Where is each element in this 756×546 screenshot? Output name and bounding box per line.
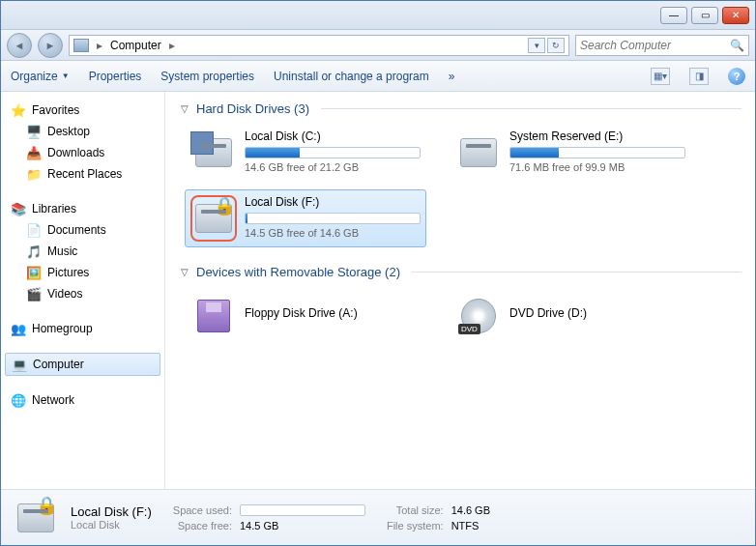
forward-button[interactable]: ► (38, 33, 63, 58)
chevron-right-icon[interactable]: ▸ (93, 39, 106, 52)
usage-bar (245, 147, 421, 158)
bitlocker-disk-icon (190, 195, 237, 242)
search-box[interactable]: 🔍 (575, 35, 749, 56)
usage-bar (245, 213, 421, 224)
maximize-button[interactable]: ▭ (691, 7, 718, 24)
filesystem-label: File system: (387, 520, 444, 532)
breadcrumb-item[interactable]: Computer (110, 39, 161, 52)
toolbar: Organize ▼ Properties System properties … (1, 61, 755, 92)
organize-button[interactable]: Organize ▼ (11, 70, 70, 83)
sidebar-item-downloads[interactable]: 📥Downloads (5, 142, 160, 163)
drive-name: Local Disk (C:) (245, 129, 421, 143)
system-properties-button[interactable]: System properties (160, 70, 254, 83)
drive-free-text: 14.6 GB free of 21.2 GB (245, 161, 421, 173)
drive-local-disk-f[interactable]: Local Disk (F:) 14.5 GB free of 14.6 GB (185, 189, 426, 247)
floppy-icon (190, 293, 237, 339)
sidebar-network[interactable]: 🌐Network (5, 389, 160, 411)
total-size-value: 14.6 GB (451, 504, 490, 516)
minimize-button[interactable]: — (660, 7, 687, 24)
section-removable-storage: ▽ Devices with Removable Storage (2) (179, 265, 741, 279)
drive-free-text: 14.5 GB free of 14.6 GB (245, 227, 421, 239)
uninstall-button[interactable]: Uninstall or change a program (274, 70, 429, 83)
space-used-label: Space used: (173, 504, 232, 516)
details-title: Local Disk (F:) (71, 504, 152, 519)
libraries-icon: 📚 (11, 201, 26, 216)
drive-dvd-d[interactable]: DVD Drive (D:) (450, 287, 691, 345)
search-input[interactable] (580, 39, 730, 52)
sidebar-item-videos[interactable]: 🎬Videos (5, 283, 160, 304)
drive-system-reserved-e[interactable]: System Reserved (E:) 71.6 MB free of 99.… (450, 124, 691, 182)
star-icon: ⭐ (11, 102, 26, 118)
details-subtitle: Local Disk (71, 519, 152, 531)
downloads-icon: 📥 (26, 145, 42, 160)
recent-icon: 📁 (26, 166, 42, 182)
section-title: Devices with Removable Storage (2) (196, 265, 400, 279)
sidebar-homegroup[interactable]: 👥Homegroup (5, 318, 160, 339)
nav-bar: ◄ ► ▸ Computer ▸ ▾ ↻ 🔍 (1, 30, 755, 61)
filesystem-value: NTFS (451, 520, 490, 532)
chevron-right-icon[interactable]: ▸ (165, 39, 179, 52)
chevron-down-icon: ▼ (62, 72, 70, 80)
section-title: Hard Disk Drives (3) (196, 101, 309, 116)
music-icon: 🎵 (26, 244, 42, 259)
help-button[interactable]: ? (728, 68, 745, 85)
network-icon: 🌐 (11, 392, 26, 408)
drive-floppy-a[interactable]: Floppy Disk Drive (A:) (185, 287, 426, 345)
homegroup-icon: 👥 (11, 321, 26, 336)
disk-icon (190, 129, 237, 176)
collapse-icon[interactable]: ▽ (179, 267, 190, 278)
total-size-label: Total size: (387, 504, 444, 516)
section-hard-disk-drives: ▽ Hard Disk Drives (3) (179, 101, 741, 116)
drive-name: System Reserved (E:) (509, 129, 685, 143)
space-used-bar (240, 504, 365, 516)
dvd-icon (455, 293, 502, 339)
videos-icon: 🎬 (26, 286, 42, 302)
close-button[interactable]: ✕ (722, 7, 749, 24)
titlebar: — ▭ ✕ (1, 1, 755, 30)
desktop-icon: 🖥️ (26, 124, 42, 139)
breadcrumb[interactable]: ▸ Computer ▸ ▾ ↻ (69, 35, 569, 56)
details-pane: Local Disk (F:) Local Disk Space used: S… (1, 489, 755, 545)
back-button[interactable]: ◄ (7, 33, 32, 58)
drive-free-text: 71.6 MB free of 99.9 MB (509, 161, 685, 173)
drive-name: DVD Drive (D:) (509, 306, 685, 320)
view-options-button[interactable]: ▦▾ (651, 68, 670, 85)
sidebar-item-desktop[interactable]: 🖥️Desktop (5, 121, 160, 142)
toolbar-overflow-button[interactable]: » (449, 70, 455, 83)
drive-name: Local Disk (F:) (245, 195, 421, 209)
explorer-window: — ▭ ✕ ◄ ► ▸ Computer ▸ ▾ ↻ 🔍 Organize ▼ … (0, 0, 756, 546)
space-free-value: 14.5 GB (240, 520, 365, 532)
search-icon: 🔍 (730, 39, 744, 52)
sidebar-libraries[interactable]: 📚Libraries (5, 198, 160, 219)
content-pane: ▽ Hard Disk Drives (3) Local Disk (C:) 1… (165, 92, 755, 489)
pictures-icon: 🖼️ (26, 265, 42, 280)
computer-icon: 💻 (12, 357, 27, 372)
sidebar-computer[interactable]: 💻Computer (5, 353, 160, 376)
usage-bar (509, 147, 685, 158)
documents-icon: 📄 (26, 222, 42, 238)
properties-button[interactable]: Properties (89, 70, 142, 83)
sidebar-item-pictures[interactable]: 🖼️Pictures (5, 262, 160, 283)
drive-name: Floppy Disk Drive (A:) (245, 306, 421, 320)
disk-icon (455, 129, 502, 176)
history-dropdown-button[interactable]: ▾ (528, 38, 545, 53)
drive-local-disk-c[interactable]: Local Disk (C:) 14.6 GB free of 21.2 GB (185, 124, 426, 182)
collapse-icon[interactable]: ▽ (179, 103, 190, 115)
sidebar-item-documents[interactable]: 📄Documents (5, 219, 160, 241)
preview-pane-button[interactable]: ◨ (689, 68, 709, 85)
sidebar: ⭐Favorites 🖥️Desktop 📥Downloads 📁Recent … (1, 92, 165, 489)
bitlocker-disk-icon (13, 497, 59, 539)
refresh-button[interactable]: ↻ (547, 38, 565, 53)
sidebar-item-recent[interactable]: 📁Recent Places (5, 163, 160, 185)
space-free-label: Space free: (173, 520, 232, 532)
sidebar-item-music[interactable]: 🎵Music (5, 241, 160, 262)
computer-icon (73, 39, 89, 52)
sidebar-favorites[interactable]: ⭐Favorites (5, 100, 160, 121)
body: ⭐Favorites 🖥️Desktop 📥Downloads 📁Recent … (1, 92, 755, 489)
